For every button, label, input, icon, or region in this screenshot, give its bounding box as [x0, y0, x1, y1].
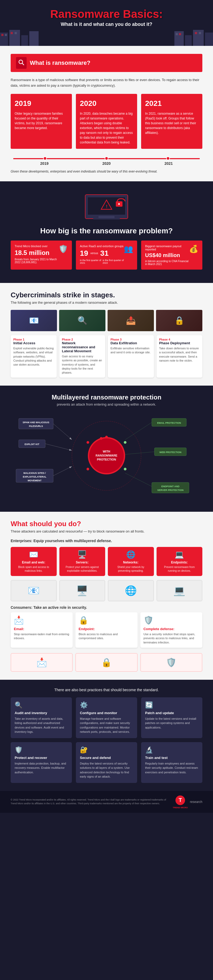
page-title: Ransomware Basics: — [11, 8, 202, 20]
svg-rect-15 — [199, 32, 201, 34]
consumer-illustrations: 📩 🔒 🛡️ — [11, 653, 202, 672]
stat-detail-1: threats from January 2021 to March 2022 … — [15, 258, 58, 264]
trend-micro-logo-icon: T — [175, 795, 186, 806]
phase1-image: 📧 — [11, 310, 57, 331]
footer: © 2022 Trend Micro Incorporated and/or i… — [0, 791, 213, 813]
enterprise-label: Enterprises: Equip yourselves with multi… — [11, 539, 202, 543]
svg-text:WITH: WITH — [103, 450, 110, 453]
stat-card-payout: Biggest ransomware payout reported US$40… — [141, 240, 202, 270]
enterprise-title-1: Email and web: — [14, 560, 54, 564]
configure-title: Configure and monitor — [80, 711, 133, 715]
consumer-endpoint-icon: 🔒 — [79, 616, 134, 625]
standard-intro: There are also best practices that shoul… — [11, 688, 202, 692]
phase2-image: 🔍 — [59, 310, 106, 331]
svg-point-25 — [118, 203, 120, 205]
email-illustration: 📧 — [11, 580, 57, 601]
configure-icon: ⚙️ — [80, 702, 133, 709]
timeline-card-2019: 2019 Older legacy ransomware families fo… — [11, 94, 72, 149]
secure-desc: Deploy the latest versions of security s… — [80, 761, 133, 779]
device-illustration: 💻 — [156, 580, 203, 601]
enterprise-desc-1: Block spam and access to malicious links… — [14, 565, 54, 573]
patch-desc: Update to the latest versions and instal… — [145, 716, 198, 730]
phase-card-4: Phase 4 Phase Deployment Take down defen… — [156, 335, 203, 378]
enterprise-title-2: Servers: — [63, 560, 102, 564]
standard-card-protect: 🛡️ Protect and recover Implement data pr… — [11, 742, 72, 783]
phase-card-1: Phase 1 Initial Access Exploit vulnerabl… — [11, 335, 57, 378]
what-do-title: What should you do? — [11, 520, 202, 528]
header: Ransomware Basics: What is it and what c… — [0, 0, 213, 46]
consumer-title-3: Complete defense: — [144, 627, 199, 631]
protect-icon: 🛡️ — [15, 746, 68, 754]
shield-icon: 🛡️ — [58, 245, 68, 253]
timeline-bar: 2019 2020 2021 — [13, 154, 200, 165]
consumer-shield-icon: 🛡️ — [144, 616, 199, 625]
svg-rect-12 — [176, 33, 178, 35]
stat-versus: versus — [90, 252, 98, 255]
train-icon: 🔬 — [145, 746, 198, 754]
svg-point-60 — [87, 468, 89, 470]
consumer-lock-illustration: 🔒 — [75, 653, 137, 672]
timeline: 2019 Older legacy ransomware families fo… — [11, 94, 202, 149]
stat-label-1: Trend Micro blocked over — [15, 245, 58, 248]
consumer-email-illustration: 📩 — [11, 653, 73, 672]
phase2-number: Phase 2 — [62, 338, 103, 341]
secure-icon: 🔐 — [80, 746, 133, 754]
enterprise-card-endpoints: 💻 Endpoints: Prevent ransomware from run… — [156, 547, 203, 576]
phase1-desc: Exploit vulnerable public-facing softwar… — [13, 347, 54, 367]
svg-rect-3 — [29, 31, 39, 46]
stat-detail-3: in bitcoin according to CNA Financial in… — [145, 260, 189, 266]
patch-title: Patch and update — [145, 711, 198, 715]
svg-text:ENDPOINT AND: ENDPOINT AND — [161, 485, 180, 488]
svg-rect-11 — [205, 33, 213, 46]
consumer-desc-2: Block access to malicious and compromise… — [79, 632, 134, 641]
logo-text: TREND MICRO — [173, 807, 188, 809]
svg-rect-21 — [93, 218, 120, 220]
stages-section: Cybercriminals strike in stages. The fol… — [0, 283, 213, 386]
svg-rect-20 — [98, 216, 115, 218]
svg-point-16 — [19, 60, 23, 64]
server-illustration: 🖥️ — [59, 580, 106, 601]
phase-illustrations: 📧 🔍 📤 🔒 — [11, 310, 202, 331]
endpoint-icon: 💻 — [160, 550, 199, 559]
multilayer-section: Multilayered ransomware protection preve… — [0, 386, 213, 512]
footer-copyright: © 2022 Trend Micro Incorporated and/or i… — [11, 798, 167, 805]
svg-text:WEB PROTECTION: WEB PROTECTION — [159, 451, 181, 453]
phase2-desc: Gain access to as many systems as possib… — [62, 355, 103, 375]
enterprise-desc-2: Protect your servers against exploitable… — [63, 565, 102, 573]
svg-text:SPAM AND MALICIOUS: SPAM AND MALICIOUS — [23, 421, 49, 424]
what-do-subtitle: These attackers are calculated and resou… — [11, 529, 202, 533]
phase4-name: Phase Deployment — [159, 341, 200, 345]
phase2-name: Network reconnaissance and Lateral Movem… — [62, 341, 103, 353]
server-icon: 🖥️ — [63, 550, 102, 559]
svg-text:MOVEMENT: MOVEMENT — [28, 479, 42, 482]
consumer-label: Consumers: Take an active role in securi… — [11, 605, 202, 609]
phase3-image: 📤 — [107, 310, 154, 331]
consumer-card-email: 📩 Email: Stop ransomware-laden mail from… — [11, 612, 73, 648]
standard-card-configure: ⚙️ Configure and monitor Manage hardware… — [76, 697, 137, 738]
svg-line-40 — [125, 422, 152, 440]
consumer-email-icon: 📩 — [14, 616, 69, 625]
svg-line-37 — [53, 424, 72, 440]
enterprise-title-4: Endpoints: — [160, 560, 199, 564]
standard-card-secure: 🔐 Secure and defend Deploy the latest ve… — [76, 742, 137, 783]
standard-card-patch: 🔄 Patch and update Update to the latest … — [141, 697, 202, 738]
protect-desc: Implement data protection, backup, and r… — [15, 761, 68, 775]
consumer-title-1: Email: — [14, 627, 69, 631]
stats-row: Trend Micro blocked over 18.5 million th… — [11, 240, 202, 270]
stat-label-2: Active RaaS and extortion groups — [80, 245, 124, 248]
audit-icon: 🔍 — [15, 702, 68, 709]
protect-title: Protect and recover — [15, 756, 68, 760]
svg-rect-10 — [193, 30, 204, 46]
svg-text:MALICIOUS SITES /: MALICIOUS SITES / — [24, 472, 46, 474]
phase4-desc: Take down defenses to ensure a successfu… — [159, 347, 200, 363]
stat-number-1: 18.5 million — [15, 249, 58, 256]
svg-text:FILES/URLS: FILES/URLS — [29, 425, 43, 428]
stat-number-3: US$40 million — [145, 252, 189, 258]
svg-text:EXPLOIT KIT: EXPLOIT KIT — [25, 443, 39, 445]
svg-text:T: T — [179, 797, 182, 803]
svg-text:PROTECTION: PROTECTION — [97, 458, 116, 461]
standard-card-train: 🔬 Train and test Regularly train employe… — [141, 742, 202, 783]
ransomware-illustration: ! — [11, 189, 202, 221]
svg-point-58 — [124, 441, 126, 444]
svg-line-55 — [125, 452, 155, 454]
